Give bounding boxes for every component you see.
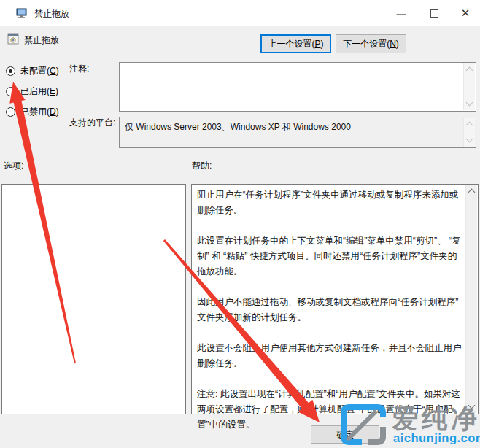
radio-disabled[interactable]: 已禁用(D) xyxy=(6,106,59,118)
app-window-icon xyxy=(16,7,28,19)
radio-enabled-label: 已启用(E) xyxy=(20,85,58,98)
next-setting-label-suffix: ) xyxy=(396,39,399,49)
supported-on-label: 支持的平台: xyxy=(69,117,115,129)
close-icon: ✕ xyxy=(461,7,471,20)
options-label: 选项: xyxy=(4,160,23,172)
minimize-button[interactable]: — xyxy=(385,0,417,26)
help-paragraph: 此设置在计划任务中的上下文菜单和“编辑”菜单中禁用“剪切”、 “复制” 和 “粘… xyxy=(197,233,464,279)
minimize-icon: — xyxy=(397,8,406,19)
aichunjing-logo-icon xyxy=(341,404,386,447)
scroll-down-icon xyxy=(466,136,473,143)
radio-not-configured-label: 未配置(C) xyxy=(20,65,59,77)
previous-setting-button[interactable]: 上一个设置(P) xyxy=(260,34,331,53)
help-paragraph: 此设置不会阻止用户使用其他方式创建新任务，并且不会阻止用户删除任务。 xyxy=(197,341,464,371)
supported-scrollbar xyxy=(463,118,475,147)
next-setting-button[interactable]: 下一个设置(N) xyxy=(336,34,406,53)
help-label: 帮助: xyxy=(192,160,212,172)
policy-setting-icon xyxy=(7,33,19,45)
setting-name: 禁止拖放 xyxy=(24,34,59,47)
options-panel xyxy=(1,184,186,414)
titlebar: 禁止拖放 — ✕ xyxy=(0,0,480,26)
scroll-down-icon[interactable] xyxy=(466,99,473,107)
previous-setting-label: 上一个设置( xyxy=(268,39,314,49)
comment-textarea[interactable] xyxy=(119,62,476,112)
close-button[interactable]: ✕ xyxy=(449,0,480,26)
policy-setting-dialog: 禁止拖放 — ✕ 禁止拖放 上一个设置(P) 下一个设置(N) 未配置(C) 已… xyxy=(0,0,480,448)
radio-enabled[interactable]: 已启用(E) xyxy=(6,85,58,98)
help-paragraph: 因此用户不能通过拖动、移动或复制文档或程序向“任务计划程序”文件夹添加新的计划任… xyxy=(197,295,464,325)
previous-setting-label-suffix: ) xyxy=(321,39,324,49)
window-title: 禁止拖放 xyxy=(34,8,69,20)
comment-label: 注释: xyxy=(69,63,89,75)
next-setting-label: 下一个设置( xyxy=(343,39,390,49)
scroll-up-icon xyxy=(466,122,473,129)
radio-disabled-circle[interactable] xyxy=(6,107,15,117)
help-panel: 阻止用户在“任务计划程序”文件夹中通过移动或复制程序来添加或删除任务。 此设置在… xyxy=(191,184,479,414)
supported-on-textarea: 仅 Windows Server 2003、Windows XP 和 Windo… xyxy=(119,117,476,148)
supported-on-value: 仅 Windows Server 2003、Windows XP 和 Windo… xyxy=(125,121,461,134)
previous-setting-accesskey: P xyxy=(314,39,320,49)
maximize-button[interactable] xyxy=(418,0,450,26)
maximize-icon xyxy=(430,9,438,18)
watermark: 爱纯净 aichunjing.com xyxy=(339,402,480,448)
scroll-up-icon[interactable] xyxy=(468,189,476,196)
help-paragraph: 阻止用户在“任务计划程序”文件夹中通过移动或复制程序来添加或删除任务。 xyxy=(197,188,464,218)
radio-disabled-label: 已禁用(D) xyxy=(20,106,59,118)
watermark-domain: aichunjing.com xyxy=(393,431,480,445)
radio-not-configured-circle[interactable] xyxy=(6,66,15,76)
next-setting-accesskey: N xyxy=(390,39,396,49)
radio-not-configured[interactable]: 未配置(C) xyxy=(6,65,59,77)
scroll-up-icon[interactable] xyxy=(466,67,473,74)
help-scrollbar[interactable] xyxy=(465,185,477,413)
radio-enabled-circle[interactable] xyxy=(6,87,15,96)
comment-scrollbar[interactable] xyxy=(463,63,475,110)
